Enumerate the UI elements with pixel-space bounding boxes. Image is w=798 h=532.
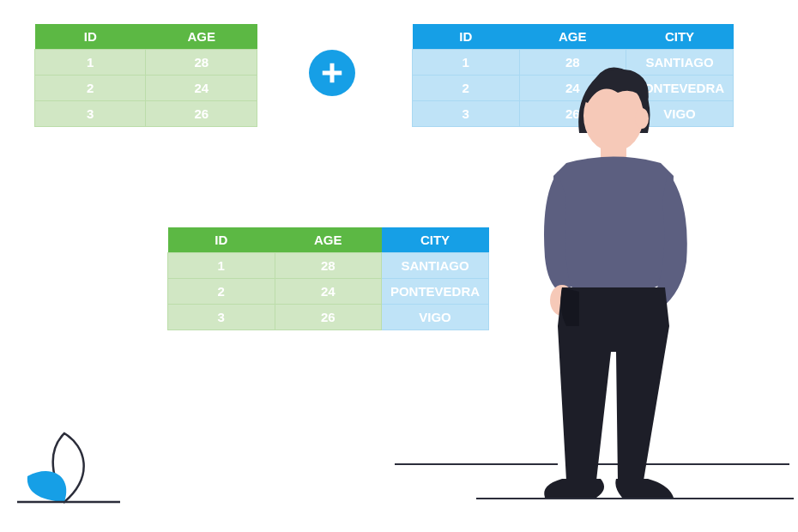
svg-rect-2 xyxy=(601,142,626,163)
cell: 2 xyxy=(168,279,275,305)
cell: 3 xyxy=(413,101,520,127)
ground-line xyxy=(575,463,789,465)
result-header-id: ID xyxy=(168,227,275,253)
leaf-icon xyxy=(17,416,137,511)
cell: 26 xyxy=(519,101,626,127)
svg-point-4 xyxy=(550,285,574,316)
cell: SANTIAGO xyxy=(626,50,734,76)
table-row: 3 26 VIGO xyxy=(413,101,734,127)
cell: 26 xyxy=(146,101,257,127)
cell: 1 xyxy=(168,253,275,279)
result-table: ID AGE CITY 1 28 SANTIAGO 2 24 PONTEVEDR… xyxy=(167,227,489,330)
cell: 2 xyxy=(413,76,520,101)
table-row: 2 24 PONTEVEDRA xyxy=(168,279,489,305)
table-row: 1 28 xyxy=(35,50,257,76)
left-header-id: ID xyxy=(35,24,146,50)
cell: VIGO xyxy=(626,101,734,127)
right-table: ID AGE CITY 1 28 SANTIAGO 2 24 PONTEVEDR… xyxy=(412,24,734,127)
right-header-city: CITY xyxy=(626,24,734,50)
cell: 24 xyxy=(146,76,257,101)
cell: 26 xyxy=(275,305,382,330)
table-row: 2 24 PONTEVEDRA xyxy=(413,76,734,101)
cell: 3 xyxy=(35,101,146,127)
cell: 24 xyxy=(519,76,626,101)
table-row: 1 28 SANTIAGO xyxy=(168,253,489,279)
cell: 3 xyxy=(168,305,275,330)
result-header-age: AGE xyxy=(275,227,382,253)
left-header-age: AGE xyxy=(146,24,257,50)
right-header-age: AGE xyxy=(519,24,626,50)
table-row: 2 24 xyxy=(35,76,257,101)
cell: 28 xyxy=(275,253,382,279)
cell: 2 xyxy=(35,76,146,101)
cell: VIGO xyxy=(382,305,489,330)
ground-line xyxy=(395,463,558,465)
right-header-id: ID xyxy=(413,24,520,50)
cell: 24 xyxy=(275,279,382,305)
ground-line xyxy=(476,498,794,499)
table-row: 3 26 xyxy=(35,101,257,127)
table-row: 1 28 SANTIAGO xyxy=(413,50,734,76)
cell: SANTIAGO xyxy=(382,253,489,279)
result-header-city: CITY xyxy=(382,227,489,253)
left-table: ID AGE 1 28 2 24 3 26 xyxy=(34,24,257,127)
cell: PONTEVEDRA xyxy=(382,279,489,305)
cell: 1 xyxy=(35,50,146,76)
plus-icon xyxy=(309,50,355,96)
cell: 28 xyxy=(146,50,257,76)
cell: 28 xyxy=(519,50,626,76)
cell: PONTEVEDRA xyxy=(626,76,734,101)
table-row: 3 26 VIGO xyxy=(168,305,489,330)
cell: 1 xyxy=(413,50,520,76)
